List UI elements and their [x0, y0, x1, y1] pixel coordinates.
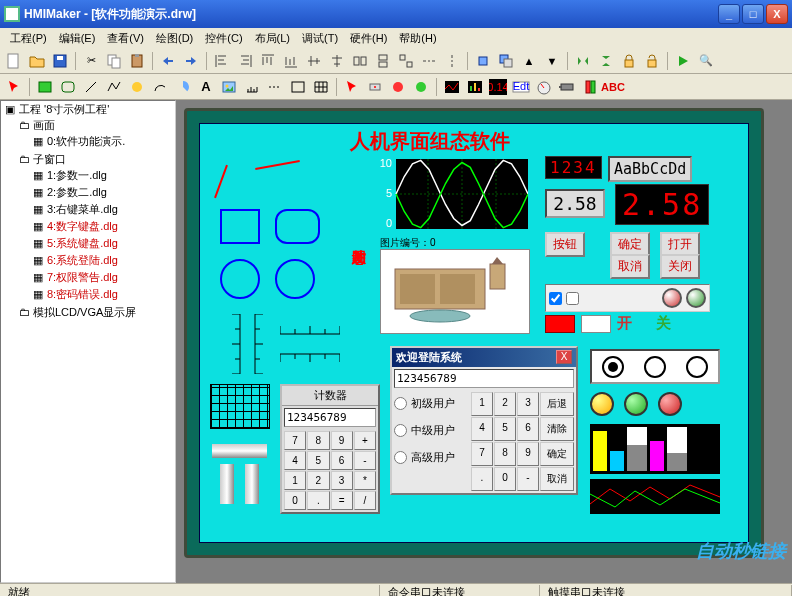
login-key-2[interactable]: 2	[494, 392, 516, 416]
sample-line-2[interactable]	[255, 160, 300, 170]
calc-key-8[interactable]: 8	[307, 431, 329, 450]
new-icon[interactable]	[3, 50, 25, 72]
maximize-button[interactable]: □	[742, 4, 764, 24]
menu-hardware[interactable]: 硬件(H)	[344, 29, 393, 48]
cursor-red-icon[interactable]	[341, 76, 363, 98]
lamp-amber-icon[interactable]	[590, 392, 614, 416]
frame-icon[interactable]	[287, 76, 309, 98]
pointer-icon[interactable]	[3, 76, 25, 98]
button-sample[interactable]: 按钮	[545, 232, 585, 257]
align-right-icon[interactable]	[234, 50, 256, 72]
menu-help[interactable]: 帮助(H)	[393, 29, 442, 48]
indicator-green-icon[interactable]	[686, 288, 706, 308]
login-key-1[interactable]: 1	[471, 392, 493, 416]
grid-icon[interactable]	[310, 76, 332, 98]
login-key-.[interactable]: .	[471, 467, 493, 491]
hmi-screen[interactable]: 人机界面组态软件	[199, 123, 749, 543]
trend-mini[interactable]	[590, 479, 720, 514]
indicator-red-icon[interactable]	[662, 288, 682, 308]
login-key--[interactable]: -	[517, 467, 539, 491]
lamp-red-icon[interactable]	[387, 76, 409, 98]
sample-ruler-h2[interactable]	[280, 349, 340, 369]
bar-gauge-icon[interactable]	[464, 76, 486, 98]
switch-off-label[interactable]: 关	[656, 314, 671, 333]
tree-dialog-1[interactable]: 1:参数一.dlg	[47, 169, 107, 181]
calc-key-2[interactable]: 2	[307, 471, 329, 490]
login-key-取消[interactable]: 取消	[540, 467, 574, 491]
align-top-icon[interactable]	[257, 50, 279, 72]
menu-project[interactable]: 工程(P)	[4, 29, 53, 48]
menu-view[interactable]: 查看(V)	[101, 29, 150, 48]
tree-dialog-8[interactable]: 8:密码错误.dlg	[47, 288, 118, 300]
calc-key-0[interactable]: 0	[284, 491, 306, 510]
menu-debug[interactable]: 调试(T)	[296, 29, 344, 48]
align-bottom-icon[interactable]	[280, 50, 302, 72]
tree-dialog-6[interactable]: 6:系统登陆.dlg	[47, 254, 118, 266]
bring-front-icon[interactable]	[472, 50, 494, 72]
radio-1[interactable]	[602, 356, 624, 378]
radio-3[interactable]	[686, 356, 708, 378]
edit-box-icon[interactable]: Edt	[510, 76, 532, 98]
indicator-icon[interactable]	[579, 76, 601, 98]
menu-layout[interactable]: 布局(L)	[249, 29, 296, 48]
save-icon[interactable]	[49, 50, 71, 72]
lcd-text-display[interactable]: AaBbCcDd	[608, 156, 692, 182]
seg-display-large[interactable]: 2.58	[615, 184, 709, 225]
same-width-icon[interactable]	[349, 50, 371, 72]
sample-line-1[interactable]	[214, 165, 228, 199]
run-icon[interactable]	[672, 50, 694, 72]
align-hcenter-icon[interactable]	[303, 50, 325, 72]
dist-horiz-icon[interactable]	[418, 50, 440, 72]
canvas-area[interactable]: 人机界面组态软件	[176, 100, 792, 583]
tree-root[interactable]: 工程 '8寸示例工程'	[19, 103, 109, 115]
digit-display-icon[interactable]: 0.14	[487, 76, 509, 98]
sample-ruler-v2[interactable]	[250, 314, 275, 374]
arc-icon[interactable]	[149, 76, 171, 98]
switch-on-label[interactable]: 开	[617, 314, 632, 333]
calc-key-5[interactable]: 5	[307, 451, 329, 470]
button-cancel[interactable]: 取消	[610, 254, 650, 279]
dashline-icon[interactable]	[264, 76, 286, 98]
tree-dialog-2[interactable]: 2:参数二.dlg	[47, 186, 107, 198]
login-key-4[interactable]: 4	[471, 417, 493, 441]
login-radio-0[interactable]	[394, 397, 407, 410]
menu-draw[interactable]: 绘图(D)	[150, 29, 199, 48]
meter-icon[interactable]	[533, 76, 555, 98]
calc-key-3[interactable]: 3	[331, 471, 353, 490]
numeric-input[interactable]: 2.58	[545, 189, 605, 218]
lamp-green-icon[interactable]	[410, 76, 432, 98]
bar-gauge-panel[interactable]	[590, 424, 720, 474]
tree-folder-dialogs[interactable]: 子窗口	[33, 153, 66, 165]
trend-icon[interactable]	[441, 76, 463, 98]
send-back-icon[interactable]	[495, 50, 517, 72]
calc-key-=[interactable]: =	[331, 491, 353, 510]
checkbox-1[interactable]	[549, 292, 562, 305]
dist-vert-icon[interactable]	[441, 50, 463, 72]
tree-dialog-4[interactable]: 4:数字键盘.dlg	[47, 220, 118, 232]
magnify-icon[interactable]: 🔍	[695, 50, 717, 72]
sample-roundrect[interactable]	[275, 209, 320, 244]
login-key-后退[interactable]: 后退	[540, 392, 574, 416]
pie-icon[interactable]	[172, 76, 194, 98]
red-switch-shape[interactable]	[545, 315, 575, 333]
cut-icon[interactable]: ✂	[80, 50, 102, 72]
calc-key-4[interactable]: 4	[284, 451, 306, 470]
login-key-8[interactable]: 8	[494, 442, 516, 466]
calc-display[interactable]: 123456789	[284, 408, 376, 427]
polyline-icon[interactable]	[103, 76, 125, 98]
abc-label-icon[interactable]: ABC	[602, 76, 624, 98]
roundrect-icon[interactable]	[57, 76, 79, 98]
calc-key-7[interactable]: 7	[284, 431, 306, 450]
login-key-清除[interactable]: 清除	[540, 417, 574, 441]
open-icon[interactable]	[26, 50, 48, 72]
calc-key-6[interactable]: 6	[331, 451, 353, 470]
tree-page-0[interactable]: 0:软件功能演示.	[47, 135, 125, 147]
button-close[interactable]: 关闭	[660, 254, 700, 279]
anim-image[interactable]	[380, 249, 530, 334]
move-up-icon[interactable]: ▲	[518, 50, 540, 72]
login-key-3[interactable]: 3	[517, 392, 539, 416]
image-icon[interactable]	[218, 76, 240, 98]
align-vcenter-icon[interactable]	[326, 50, 348, 72]
minimize-button[interactable]: _	[718, 4, 740, 24]
same-height-icon[interactable]	[372, 50, 394, 72]
